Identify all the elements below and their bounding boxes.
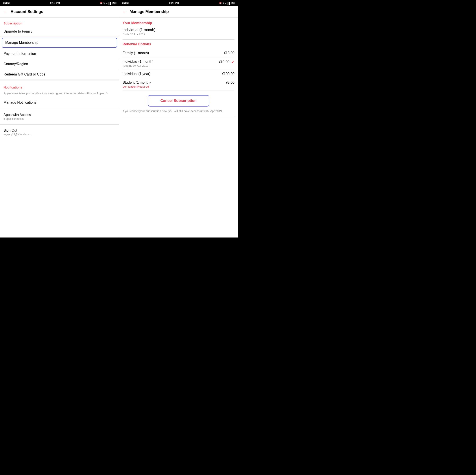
menu-item-manage-notifications[interactable]: Manage Notifications (0, 98, 119, 108)
menu-item-apps-with-access[interactable]: Apps with Access 5 apps connected (0, 110, 119, 123)
right-panel-content: Your Membership Individual (1 month) End… (119, 17, 238, 123)
time-left: 4:10 PM (50, 1, 60, 5)
renewal-options-title: Renewal Options (123, 42, 235, 46)
renewal-label-individual-month: Individual (1 month) (Begins 07 Apr 2019… (123, 60, 154, 67)
back-button-right[interactable]: ← (123, 9, 127, 14)
membership-type: Individual (1 month) (123, 28, 235, 32)
back-button-left[interactable]: ← (3, 9, 8, 14)
cancel-subscription-button[interactable]: Cancel Subscription (148, 95, 209, 106)
vpn-badge-left: 3 VPN (3, 2, 10, 4)
time-right: 4:28 PM (169, 1, 179, 5)
notifications-description: Apple associates your notifications view… (0, 90, 119, 98)
section-divider-1 (0, 81, 119, 81)
your-membership-title: Your Membership (123, 21, 235, 25)
wifi-icon-r: ▲ (225, 2, 227, 4)
bluetooth-icon: ✳ (103, 2, 105, 4)
membership-ends: Ends 07 Apr 2019 (123, 33, 235, 36)
renewal-price-wrap-family: ¥15.00 (224, 51, 235, 55)
bluetooth-icon-r: ✳ (222, 2, 224, 4)
renewal-label-family: Family (1 month) (123, 51, 149, 55)
renewal-row-student[interactable]: Student (1 month) Verification Required … (123, 78, 235, 91)
battery-right: 70 (231, 2, 235, 4)
cancel-note: If you cancel your subscription now, you… (123, 109, 235, 113)
notifications-section-header: Notifications (0, 82, 119, 90)
wifi-icon: ▲ (106, 2, 108, 4)
battery-left: 70 (112, 2, 116, 4)
status-bar-right: 3 VPN 4:28 PM ⏰ ✳ ▲ ▌▌ 70 (119, 0, 238, 6)
signal-icon-r: ▌▌ (228, 2, 231, 4)
renewal-price-wrap-individual-year: ¥100.00 (222, 72, 235, 76)
right-header: ← Manage Membership (119, 6, 238, 17)
alarm-icon: ⏰ (100, 2, 102, 4)
cancel-btn-wrap: Cancel Subscription (123, 95, 235, 106)
renewal-row-family[interactable]: Family (1 month) ¥15.00 (123, 49, 235, 57)
renewal-price-wrap-student: ¥5.00 (226, 81, 235, 85)
status-left-icons-right: 3 VPN (122, 2, 129, 4)
vpn-badge-right: 3 VPN (122, 2, 129, 4)
renewal-row-individual-month[interactable]: Individual (1 month) (Begins 07 Apr 2019… (123, 57, 235, 70)
menu-item-sign-out[interactable]: Sign Out mysery13@icloud.com (0, 125, 119, 139)
selected-check-icon: ✓ (231, 60, 235, 65)
menu-item-manage-membership[interactable]: Manage Membership (2, 38, 117, 48)
signal-icon: ▌▌ (109, 2, 112, 4)
renewal-price-wrap-individual-month: ¥10.00 ✓ (219, 60, 235, 65)
right-page-title: Manage Membership (130, 9, 169, 14)
menu-item-country-region[interactable]: Country/Region (0, 59, 119, 69)
status-bar-left: 3 VPN 4:10 PM ⏰ ✳ ▲ ▌▌ 70 (0, 0, 119, 6)
alarm-icon-r: ⏰ (219, 2, 222, 4)
menu-item-redeem-gift[interactable]: Redeem Gift Card or Code (0, 69, 119, 80)
renewal-label-student: Student (1 month) Verification Required (123, 81, 151, 88)
renewal-row-individual-year[interactable]: Individual (1 year) ¥100.00 (123, 70, 235, 78)
menu-item-payment-info[interactable]: Payment Information (0, 49, 119, 59)
section-divider-2 (0, 109, 119, 109)
section-divider-3 (0, 124, 119, 125)
status-left-icons: 3 VPN (3, 2, 10, 4)
subscription-section-header: Subscription (0, 17, 119, 26)
divider-1 (123, 39, 235, 40)
left-header: ← Account Settings (0, 6, 119, 17)
menu-item-upgrade-family[interactable]: Upgrade to Family (0, 26, 119, 37)
renewal-label-individual-year: Individual (1 year) (123, 72, 151, 76)
left-page-title: Account Settings (11, 9, 43, 14)
status-right-icons-right: ⏰ ✳ ▲ ▌▌ 70 (219, 2, 235, 4)
status-right-icons-left: ⏰ ✳ ▲ ▌▌ 70 (100, 2, 116, 4)
